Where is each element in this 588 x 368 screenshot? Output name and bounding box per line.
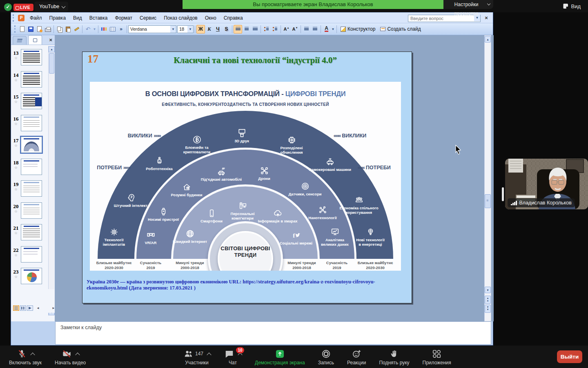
new-slide-button[interactable]: Создать слайд: [378, 25, 423, 33]
start-video-icon: [61, 348, 72, 359]
slide-title: Класичні та нові технології “індустрії 4…: [107, 55, 403, 65]
zoom-chat-button[interactable]: 10Чат: [217, 347, 248, 366]
undo-button[interactable]: ↶: [84, 25, 92, 34]
align-right-button[interactable]: [251, 25, 259, 34]
menu-item-Формат[interactable]: Формат: [111, 13, 136, 22]
slide-thumbnail-13[interactable]: 13☆: [11, 49, 48, 69]
numbered-list-button[interactable]: [262, 25, 271, 34]
scroll-thumb[interactable]: [485, 194, 491, 208]
sharing-people-icon: [335, 195, 383, 206]
zoom-share-screen-button[interactable]: Демонстрация экрана: [248, 347, 312, 366]
menu-item-Файл[interactable]: Файл: [26, 13, 46, 22]
security-shield-icon[interactable]: ✓: [4, 3, 12, 11]
outline-tab[interactable]: [13, 36, 27, 45]
italic-button[interactable]: К: [205, 25, 214, 34]
next-slide-button[interactable]: ▼▼: [485, 305, 491, 313]
menu-item-Правка[interactable]: Правка: [46, 13, 70, 22]
zoom-start-video-button[interactable]: Начать видео: [48, 347, 92, 366]
notes-pane[interactable]: Заметки к слайду: [55, 321, 491, 345]
menu-item-Показ слайдов[interactable]: Показ слайдов: [160, 13, 201, 22]
format-painter-button[interactable]: [72, 25, 81, 34]
text-shadow-button[interactable]: S: [222, 25, 231, 34]
sidebar-close-icon[interactable]: ×: [49, 37, 52, 43]
diagram-item-label: Аналітика великих даних: [316, 238, 354, 247]
chevron-up-icon[interactable]: [207, 352, 211, 357]
slides-tab[interactable]: [28, 35, 42, 45]
slide-thumbnail-20[interactable]: 20☆: [11, 202, 48, 222]
slide-thumbnail-18[interactable]: 18☆: [11, 159, 48, 178]
slide-sorter-view-button[interactable]: [20, 305, 26, 311]
tile-collapse-handle[interactable]: [502, 187, 504, 201]
slide-thumbnail-21[interactable]: 21☆: [11, 224, 48, 244]
globe-icon: [169, 228, 212, 239]
vertical-scrollbar[interactable]: ▲ ▼ ▲▲ ▼▼: [484, 35, 491, 321]
sidebar-scrollbar[interactable]: ▲ ▼: [48, 46, 54, 316]
menu-item-Вид[interactable]: Вид: [69, 13, 86, 22]
insert-chart-button[interactable]: [100, 25, 108, 34]
font-dropdown-icon[interactable]: ▼: [170, 26, 176, 33]
slideshow-view-button[interactable]: [27, 305, 33, 311]
hscroll-left-icon[interactable]: ◄: [36, 306, 40, 310]
normal-view-button[interactable]: [13, 305, 19, 311]
font-family-select[interactable]: Verdana▼: [128, 25, 176, 33]
size-dropdown-icon[interactable]: ▼: [187, 26, 193, 33]
zoom-participants-button[interactable]: 147Участники: [176, 347, 217, 366]
sidebar-scroll-thumb[interactable]: [49, 53, 54, 74]
permission-button[interactable]: [35, 25, 44, 34]
slide-thumbnail-23[interactable]: 23☆: [11, 268, 48, 287]
undo-dropdown[interactable]: ▼: [92, 25, 97, 34]
zoom-reactions-button[interactable]: Реакции: [341, 347, 372, 366]
view-options-button[interactable]: Настройки просмотра: [443, 0, 493, 9]
menu-item-Вставка[interactable]: Вставка: [86, 13, 111, 22]
slide-thumbnail-19[interactable]: 19☆: [11, 180, 48, 200]
font-size-select[interactable]: 18▼: [177, 25, 194, 33]
chevron-up-icon[interactable]: [75, 352, 80, 357]
bold-button[interactable]: Ж: [196, 25, 205, 34]
hscroll-right-icon[interactable]: ►: [52, 306, 55, 310]
chevron-up-icon[interactable]: [30, 352, 35, 357]
new-document-button[interactable]: [18, 25, 27, 34]
print-button[interactable]: [44, 25, 52, 34]
align-left-button[interactable]: [234, 25, 242, 34]
decrease-font-button[interactable]: A▼: [291, 25, 299, 34]
slide-thumbnail-16[interactable]: 16☆: [11, 115, 48, 135]
bullet-list-button[interactable]: [271, 25, 279, 34]
increase-indent-button[interactable]: [311, 25, 319, 34]
zoom-raise-hand-button[interactable]: Поднять руку: [372, 347, 416, 366]
underline-button[interactable]: Ч: [214, 25, 222, 34]
zoom-apps-button[interactable]: Приложения: [416, 347, 458, 366]
chevron-up-icon[interactable]: [238, 352, 242, 357]
scroll-down-icon[interactable]: ▼: [485, 287, 491, 293]
paste-button[interactable]: [64, 25, 72, 34]
scroll-up-icon[interactable]: ▲: [485, 36, 491, 43]
increase-font-button[interactable]: A▲: [282, 25, 291, 34]
save-button[interactable]: [27, 25, 35, 34]
toolbar-overflow-button[interactable]: »: [117, 25, 125, 34]
font-color-dropdown[interactable]: ▼: [331, 25, 335, 34]
view-menu-button[interactable]: Вид: [563, 3, 581, 10]
leave-meeting-button[interactable]: Выйти: [557, 350, 582, 363]
sidebar-scroll-up-icon[interactable]: ▲: [49, 46, 55, 52]
slide-thumbnail-14[interactable]: 14☆: [11, 71, 48, 91]
youtube-stream-button[interactable]: YouTube: [34, 2, 68, 11]
decrease-indent-button[interactable]: [302, 25, 311, 34]
zoom-mute-button[interactable]: Включить звук: [2, 347, 48, 366]
slide-thumbnail-17[interactable]: 17☆: [11, 137, 48, 156]
participant-video-tile[interactable]: Владислав Корольков: [505, 159, 588, 209]
menu-grip[interactable]: [13, 14, 15, 22]
copy-button[interactable]: [55, 25, 64, 34]
menu-item-Сервис[interactable]: Сервис: [136, 13, 160, 22]
previous-slide-button[interactable]: ▲▲: [485, 296, 491, 304]
font-color-button[interactable]: A: [322, 25, 331, 34]
timeline-label: Близьке майбутнє 2020-2030: [353, 260, 398, 271]
insert-table-button[interactable]: [108, 25, 117, 34]
menu-item-Окно[interactable]: Окно: [201, 13, 220, 22]
align-center-button[interactable]: [242, 25, 251, 34]
slide-thumbnail-22[interactable]: 22☆: [11, 246, 48, 266]
menu-item-Справка[interactable]: Справка: [220, 13, 247, 22]
design-button[interactable]: Конструктор: [338, 25, 378, 33]
zoom-record-button[interactable]: Запись: [312, 347, 341, 366]
menubar-close-icon[interactable]: ×: [483, 14, 490, 22]
slide-thumbnail-15[interactable]: 15☆: [11, 93, 48, 112]
toolbar-grip[interactable]: [14, 25, 16, 33]
